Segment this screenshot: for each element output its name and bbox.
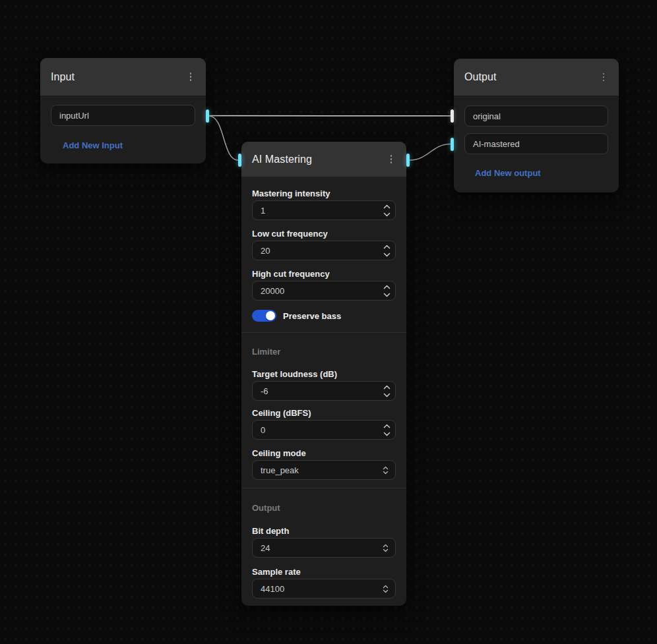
output-mastered-input-port[interactable] [451, 138, 454, 151]
bit-depth-value: 24 [261, 543, 270, 553]
output-original-input-port[interactable] [451, 109, 454, 123]
low-cut-frequency-field[interactable]: 20 [252, 241, 396, 260]
kebab-dot [391, 158, 392, 160]
target-loudness-label: Target loudness (dB) [252, 369, 396, 380]
mastering-intensity-field[interactable]: 1 [252, 200, 396, 220]
input-url-field[interactable]: inputUrl [51, 105, 195, 126]
ceiling-mode-label: Ceiling mode [252, 448, 396, 459]
high-cut-increment-icon[interactable] [382, 283, 391, 290]
ai-mastering-node-title: AI Mastering [252, 154, 312, 165]
bit-depth-label: Bit depth [252, 526, 396, 537]
preserve-bass-label: Preserve bass [283, 311, 341, 321]
low-cut-frequency-label: Low cut frequency [252, 229, 396, 239]
target-loudness-increment-icon[interactable] [382, 384, 391, 390]
output-section-title: Output [252, 503, 396, 513]
ai-mastering-node[interactable]: AI Mastering Mastering intensity 1 Low c… [241, 142, 406, 606]
sample-rate-select[interactable]: 44100 [252, 579, 396, 599]
output-node-title: Output [464, 71, 497, 83]
input-output-port[interactable] [206, 109, 209, 123]
high-cut-decrement-icon[interactable] [382, 291, 391, 298]
kebab-dot [190, 79, 192, 81]
output-node[interactable]: Output original AI-mastered Add New outp… [454, 59, 619, 192]
low-cut-frequency-value: 20 [261, 246, 270, 256]
low-cut-decrement-icon[interactable] [382, 251, 391, 258]
input-node-title: Input [51, 71, 75, 83]
preserve-bass-toggle-knob [266, 311, 275, 320]
mastering-intensity-label: Mastering intensity [252, 189, 396, 199]
output-node-header[interactable]: Output [454, 59, 619, 96]
ceiling-label: Ceiling (dBFS) [252, 408, 396, 419]
high-cut-frequency-value: 20000 [261, 286, 284, 296]
input-node-header[interactable]: Input [40, 58, 206, 96]
edge-ai-mastering-to-output-mastered[interactable] [410, 144, 451, 161]
ai-mastering-input-port[interactable] [238, 154, 241, 167]
low-cut-increment-icon[interactable] [382, 243, 391, 250]
add-new-input-link[interactable]: Add New Input [63, 140, 123, 151]
kebab-dot [391, 155, 392, 157]
kebab-dot [391, 161, 392, 163]
high-cut-frequency-field[interactable]: 20000 [252, 281, 396, 301]
kebab-dot [190, 73, 192, 74]
ceiling-decrement-icon[interactable] [382, 430, 391, 437]
target-loudness-decrement-icon[interactable] [382, 392, 391, 398]
section-divider [241, 488, 406, 488]
section-divider [241, 332, 406, 333]
output-original-field[interactable]: original [464, 105, 608, 127]
input-url-value: inputUrl [59, 111, 89, 121]
target-loudness-field[interactable]: -6 [252, 381, 396, 401]
ai-mastering-node-menu-icon[interactable] [387, 154, 396, 165]
edge-input-to-ai-mastering[interactable] [209, 116, 238, 160]
ceiling-mode-select[interactable]: true_peak [252, 460, 396, 480]
mastering-intensity-value: 1 [261, 206, 265, 216]
mastering-intensity-increment-icon[interactable] [382, 203, 391, 210]
output-original-value: original [473, 111, 501, 121]
ceiling-increment-icon[interactable] [382, 423, 391, 429]
sample-rate-select-chevrons-icon [382, 584, 389, 593]
target-loudness-value: -6 [261, 386, 268, 396]
mastering-intensity-decrement-icon[interactable] [382, 211, 391, 218]
kebab-dot [603, 80, 605, 82]
sample-rate-value: 44100 [261, 584, 284, 594]
ceiling-mode-value: true_peak [261, 465, 299, 475]
output-node-menu-icon[interactable] [599, 71, 608, 83]
kebab-dot [603, 73, 605, 75]
ai-mastering-output-port[interactable] [406, 154, 410, 167]
ai-mastering-node-header[interactable]: AI Mastering [241, 142, 406, 177]
output-mastered-field[interactable]: AI-mastered [464, 133, 608, 154]
input-node[interactable]: Input inputUrl Add New Input [40, 58, 206, 163]
ceiling-field[interactable]: 0 [252, 420, 396, 440]
ceiling-value: 0 [261, 425, 265, 435]
ceiling-mode-select-chevrons-icon [382, 465, 389, 475]
limiter-section-title: Limiter [252, 347, 396, 357]
high-cut-frequency-label: High cut frequency [252, 269, 396, 279]
node-editor-canvas[interactable]: Input inputUrl Add New Input AI Masterin… [0, 0, 657, 644]
add-new-output-link[interactable]: Add New output [475, 168, 541, 179]
kebab-dot [603, 76, 605, 78]
sample-rate-label: Sample rate [252, 567, 396, 577]
bit-depth-select[interactable]: 24 [252, 538, 396, 558]
kebab-dot [190, 76, 192, 78]
output-mastered-value: AI-mastered [473, 139, 520, 149]
preserve-bass-toggle[interactable] [252, 310, 276, 322]
input-node-menu-icon[interactable] [186, 71, 195, 83]
bit-depth-select-chevrons-icon [382, 543, 389, 552]
